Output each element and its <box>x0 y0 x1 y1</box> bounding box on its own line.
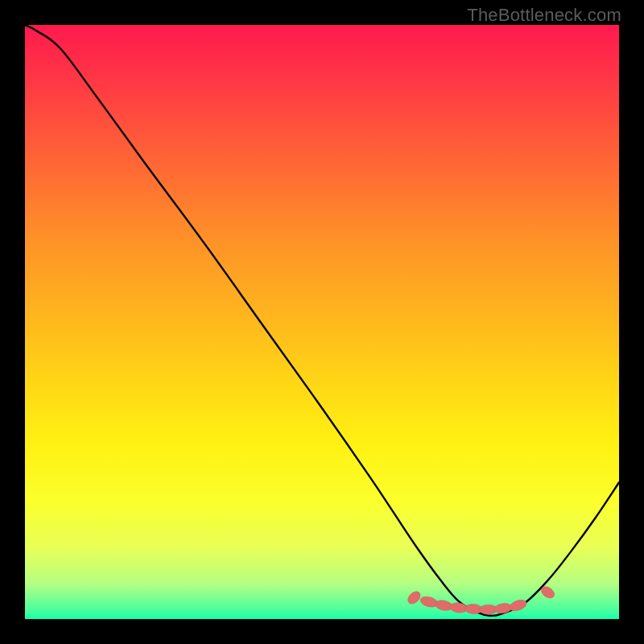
optimal-zone-dot <box>508 598 528 613</box>
optimal-zone-dot <box>434 599 453 612</box>
optimal-zone-dot <box>406 589 423 606</box>
optimal-zone-markers <box>406 584 556 615</box>
optimal-zone-dot <box>449 602 468 614</box>
optimal-zone-dot <box>419 595 439 609</box>
chart-svg <box>25 25 619 619</box>
optimal-zone-dot <box>493 602 512 614</box>
watermark-text: TheBottleneck.com <box>467 5 621 26</box>
optimal-zone-dot <box>539 584 557 601</box>
optimal-zone-dot <box>464 604 483 614</box>
plot-area <box>25 25 619 619</box>
chart-frame: TheBottleneck.com <box>0 0 644 644</box>
optimal-zone-dot <box>480 605 497 614</box>
bottleneck-curve <box>25 25 619 616</box>
